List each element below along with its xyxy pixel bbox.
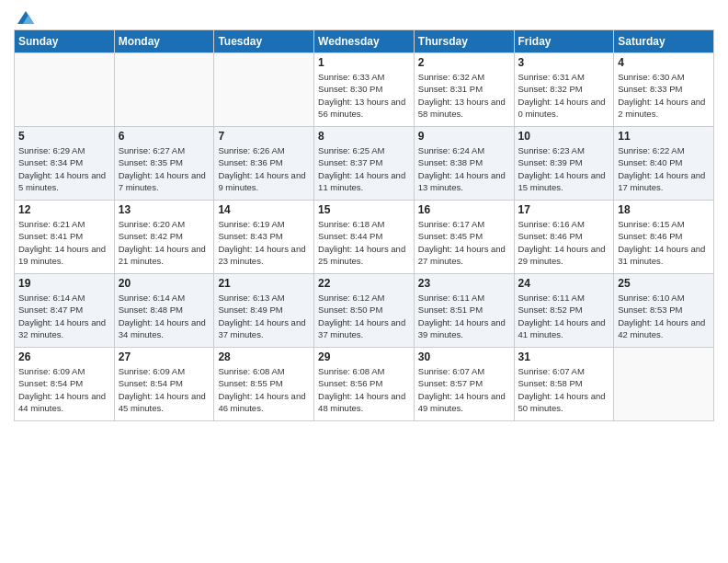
- day-info: Sunrise: 6:08 AMSunset: 8:56 PMDaylight:…: [318, 365, 410, 414]
- day-number: 26: [18, 350, 110, 363]
- week-row-3: 12Sunrise: 6:21 AMSunset: 8:41 PMDayligh…: [15, 201, 714, 274]
- week-row-5: 26Sunrise: 6:09 AMSunset: 8:54 PMDayligh…: [15, 348, 714, 421]
- day-number: 7: [218, 130, 310, 143]
- weekday-monday: Monday: [114, 30, 214, 53]
- day-info: Sunrise: 6:11 AMSunset: 8:52 PMDaylight:…: [518, 292, 610, 340]
- week-row-1: 1Sunrise: 6:33 AMSunset: 8:30 PMDaylight…: [15, 53, 714, 127]
- day-info: Sunrise: 6:27 AMSunset: 8:35 PMDaylight:…: [119, 144, 210, 193]
- page: SundayMondayTuesdayWednesdayThursdayFrid…: [0, 0, 728, 563]
- day-info: Sunrise: 6:18 AMSunset: 8:44 PMDaylight:…: [318, 218, 410, 267]
- day-number: 10: [518, 130, 610, 143]
- week-row-2: 5Sunrise: 6:29 AMSunset: 8:34 PMDaylight…: [15, 127, 714, 201]
- day-number: 4: [618, 56, 710, 69]
- day-info: Sunrise: 6:09 AMSunset: 8:54 PMDaylight:…: [18, 365, 110, 414]
- calendar-cell: 28Sunrise: 6:08 AMSunset: 8:55 PMDayligh…: [214, 348, 314, 421]
- calendar-cell: [114, 53, 214, 127]
- day-number: 30: [418, 350, 510, 363]
- calendar-cell: 1Sunrise: 6:33 AMSunset: 8:30 PMDaylight…: [314, 53, 415, 127]
- day-info: Sunrise: 6:08 AMSunset: 8:55 PMDaylight:…: [218, 365, 310, 414]
- calendar-cell: 15Sunrise: 6:18 AMSunset: 8:44 PMDayligh…: [314, 201, 415, 274]
- weekday-friday: Friday: [514, 30, 614, 53]
- day-number: 28: [218, 350, 310, 363]
- day-number: 11: [618, 130, 710, 143]
- calendar-cell: 21Sunrise: 6:13 AMSunset: 8:49 PMDayligh…: [214, 274, 314, 348]
- day-number: 18: [618, 203, 710, 216]
- day-info: Sunrise: 6:09 AMSunset: 8:54 PMDaylight:…: [119, 365, 210, 414]
- day-info: Sunrise: 6:22 AMSunset: 8:40 PMDaylight:…: [618, 144, 710, 193]
- day-info: Sunrise: 6:07 AMSunset: 8:58 PMDaylight:…: [518, 365, 610, 414]
- day-info: Sunrise: 6:14 AMSunset: 8:47 PMDaylight:…: [18, 292, 110, 340]
- calendar-cell: 6Sunrise: 6:27 AMSunset: 8:35 PMDaylight…: [114, 127, 214, 201]
- calendar-cell: 4Sunrise: 6:30 AMSunset: 8:33 PMDaylight…: [614, 53, 714, 127]
- day-info: Sunrise: 6:12 AMSunset: 8:50 PMDaylight:…: [318, 292, 410, 340]
- calendar-cell: [15, 53, 115, 127]
- day-number: 8: [318, 130, 410, 143]
- day-info: Sunrise: 6:16 AMSunset: 8:46 PMDaylight:…: [518, 218, 610, 267]
- calendar-table: SundayMondayTuesdayWednesdayThursdayFrid…: [14, 29, 714, 421]
- day-number: 24: [518, 277, 610, 290]
- day-number: 1: [318, 56, 410, 69]
- calendar-cell: 14Sunrise: 6:19 AMSunset: 8:43 PMDayligh…: [214, 201, 314, 274]
- calendar-cell: [214, 53, 314, 127]
- weekday-sunday: Sunday: [15, 30, 115, 53]
- day-info: Sunrise: 6:32 AMSunset: 8:31 PMDaylight:…: [418, 71, 510, 120]
- day-number: 19: [18, 277, 110, 290]
- calendar-cell: 23Sunrise: 6:11 AMSunset: 8:51 PMDayligh…: [414, 274, 514, 348]
- weekday-thursday: Thursday: [414, 30, 514, 53]
- day-number: 9: [418, 130, 510, 143]
- day-number: 20: [119, 277, 210, 290]
- day-info: Sunrise: 6:20 AMSunset: 8:42 PMDaylight:…: [119, 218, 210, 267]
- day-info: Sunrise: 6:15 AMSunset: 8:46 PMDaylight:…: [618, 218, 710, 267]
- day-number: 5: [18, 130, 110, 143]
- day-info: Sunrise: 6:11 AMSunset: 8:51 PMDaylight:…: [418, 292, 510, 340]
- weekday-header-row: SundayMondayTuesdayWednesdayThursdayFrid…: [15, 30, 714, 53]
- weekday-wednesday: Wednesday: [314, 30, 415, 53]
- calendar-cell: 9Sunrise: 6:24 AMSunset: 8:38 PMDaylight…: [414, 127, 514, 201]
- day-number: 2: [418, 56, 510, 69]
- day-number: 29: [318, 350, 410, 363]
- day-info: Sunrise: 6:21 AMSunset: 8:41 PMDaylight:…: [18, 218, 110, 267]
- day-info: Sunrise: 6:29 AMSunset: 8:34 PMDaylight:…: [18, 144, 110, 193]
- day-info: Sunrise: 6:07 AMSunset: 8:57 PMDaylight:…: [418, 365, 510, 414]
- logo-icon: [16, 9, 36, 26]
- calendar-cell: 2Sunrise: 6:32 AMSunset: 8:31 PMDaylight…: [414, 53, 514, 127]
- day-info: Sunrise: 6:19 AMSunset: 8:43 PMDaylight:…: [218, 218, 310, 267]
- calendar-cell: 24Sunrise: 6:11 AMSunset: 8:52 PMDayligh…: [514, 274, 614, 348]
- day-number: 14: [218, 203, 310, 216]
- day-number: 27: [119, 350, 210, 363]
- calendar-cell: 22Sunrise: 6:12 AMSunset: 8:50 PMDayligh…: [314, 274, 415, 348]
- day-info: Sunrise: 6:31 AMSunset: 8:32 PMDaylight:…: [518, 71, 610, 120]
- day-number: 3: [518, 56, 610, 69]
- calendar-cell: 19Sunrise: 6:14 AMSunset: 8:47 PMDayligh…: [15, 274, 115, 348]
- day-number: 13: [119, 203, 210, 216]
- calendar-cell: 26Sunrise: 6:09 AMSunset: 8:54 PMDayligh…: [15, 348, 115, 421]
- calendar-cell: 11Sunrise: 6:22 AMSunset: 8:40 PMDayligh…: [614, 127, 714, 201]
- week-row-4: 19Sunrise: 6:14 AMSunset: 8:47 PMDayligh…: [15, 274, 714, 348]
- calendar-cell: 25Sunrise: 6:10 AMSunset: 8:53 PMDayligh…: [614, 274, 714, 348]
- day-number: 17: [518, 203, 610, 216]
- day-info: Sunrise: 6:13 AMSunset: 8:49 PMDaylight:…: [218, 292, 310, 340]
- header: [14, 9, 714, 22]
- day-number: 22: [318, 277, 410, 290]
- day-info: Sunrise: 6:30 AMSunset: 8:33 PMDaylight:…: [618, 71, 710, 120]
- day-info: Sunrise: 6:25 AMSunset: 8:37 PMDaylight:…: [318, 144, 410, 193]
- day-info: Sunrise: 6:33 AMSunset: 8:30 PMDaylight:…: [318, 71, 410, 120]
- weekday-saturday: Saturday: [614, 30, 714, 53]
- day-info: Sunrise: 6:26 AMSunset: 8:36 PMDaylight:…: [218, 144, 310, 193]
- logo: [14, 9, 38, 22]
- day-number: 23: [418, 277, 510, 290]
- calendar-cell: 3Sunrise: 6:31 AMSunset: 8:32 PMDaylight…: [514, 53, 614, 127]
- calendar-cell: 27Sunrise: 6:09 AMSunset: 8:54 PMDayligh…: [114, 348, 214, 421]
- day-number: 21: [218, 277, 310, 290]
- day-info: Sunrise: 6:10 AMSunset: 8:53 PMDaylight:…: [618, 292, 710, 340]
- calendar-cell: 20Sunrise: 6:14 AMSunset: 8:48 PMDayligh…: [114, 274, 214, 348]
- day-number: 15: [318, 203, 410, 216]
- calendar-cell: 30Sunrise: 6:07 AMSunset: 8:57 PMDayligh…: [414, 348, 514, 421]
- calendar-cell: 10Sunrise: 6:23 AMSunset: 8:39 PMDayligh…: [514, 127, 614, 201]
- calendar-cell: 7Sunrise: 6:26 AMSunset: 8:36 PMDaylight…: [214, 127, 314, 201]
- day-number: 12: [18, 203, 110, 216]
- day-number: 31: [518, 350, 610, 363]
- calendar-cell: 8Sunrise: 6:25 AMSunset: 8:37 PMDaylight…: [314, 127, 415, 201]
- day-info: Sunrise: 6:14 AMSunset: 8:48 PMDaylight:…: [119, 292, 210, 340]
- day-info: Sunrise: 6:17 AMSunset: 8:45 PMDaylight:…: [418, 218, 510, 267]
